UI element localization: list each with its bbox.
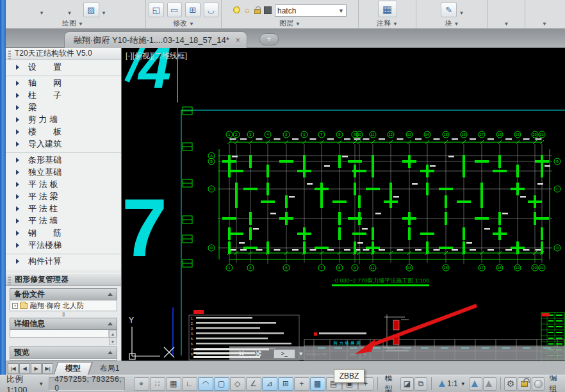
sidebar-menu-item[interactable]: 轴 网 [6, 76, 121, 89]
scrollbar[interactable]: ▲▼ [108, 330, 117, 337]
layer-on-bulb-icon[interactable] [233, 6, 240, 13]
panel-label-collapsed[interactable]: ▼ [525, 19, 564, 28]
scale-button[interactable]: 比例 1:100▼ [0, 375, 47, 392]
svg-text:1: 1 [228, 266, 230, 270]
group-button[interactable]: 编组 [545, 375, 565, 392]
cad-drawing[interactable]: 4712345678910111213141516171819202113578… [122, 48, 565, 361]
sidebar-menu-item[interactable]: 平 法 柱 [6, 202, 121, 215]
chevron-down-icon[interactable]: ▼ [299, 351, 304, 357]
model-space-button[interactable]: 模型 [381, 375, 400, 392]
chevron-down-icon[interactable]: ▾ [40, 10, 44, 17]
close-tab-icon[interactable]: × [236, 36, 240, 45]
dual-monitor-icon[interactable]: ⧉ [414, 377, 428, 391]
submenu-arrow-icon [16, 142, 19, 147]
svg-text:7: 7 [122, 182, 167, 274]
chevron-down-icon[interactable]: ▾ [68, 10, 71, 17]
layer-color-swatch[interactable] [264, 6, 272, 14]
table-tool-icon[interactable]: ▦ [378, 1, 397, 17]
layer-lock-icon[interactable] [254, 9, 261, 14]
sidebar-menu-item[interactable]: 导入建筑 [6, 138, 121, 150]
chevron-down-icon: ▼ [461, 381, 466, 387]
ui-lock-icon[interactable] [518, 377, 531, 391]
snap-toggle[interactable]: ⌖ [134, 377, 149, 391]
svg-text:7: 7 [320, 133, 322, 136]
panel-splitter-handle[interactable]: ⇕ [6, 311, 121, 318]
block-edit-pencil-icon[interactable]: ✎ [441, 3, 457, 17]
details-header[interactable]: 详细信息 [10, 318, 117, 330]
command-input[interactable]: >_ [274, 349, 295, 359]
svg-text:17: 17 [480, 133, 484, 136]
panel-label-layer[interactable]: 图层 ▼ [222, 19, 358, 28]
sidebar-menu-item[interactable]: 平法楼梯 [6, 239, 121, 251]
crosshair-toggle[interactable]: + [294, 377, 309, 391]
fillet-tool-icon[interactable]: ◡ [204, 3, 219, 17]
sidebar-menu-item[interactable]: 设 置 [6, 61, 121, 73]
viewport-icon[interactable]: ◪ [400, 377, 414, 391]
grip-handle-icon[interactable] [8, 51, 11, 61]
layer-combobox[interactable]: hatch▼ [275, 4, 347, 17]
tab-model[interactable]: 模型 [54, 362, 92, 375]
dynamic-ucs-toggle[interactable]: ⊿ [262, 377, 277, 391]
scroll-down-icon[interactable]: ▼ [109, 338, 117, 345]
drawing-file-tab[interactable]: 融翔·御府 Y10-结施-1....03-14_18_57_14* × [64, 31, 247, 48]
tab-layout1[interactable]: 布局1 [88, 362, 131, 375]
panel-label-annotate[interactable]: 注释 ▼ [359, 19, 416, 28]
annotation-autoscale-icon[interactable] [483, 377, 496, 391]
panel-label-collapsed[interactable]: ▼ [488, 19, 525, 28]
sidebar-menu-item[interactable]: 独立基础 [6, 166, 121, 178]
chevron-down-icon[interactable]: ▾ [460, 10, 463, 17]
grid-display-toggle[interactable]: ▦ [166, 377, 181, 391]
svg-text:13: 13 [407, 133, 411, 136]
sidebar-menu-item[interactable]: 构件计算 [6, 254, 121, 267]
drawing-canvas[interactable]: [-][俯视][二维线框] 47123456789101112131415161… [122, 48, 565, 361]
array-tool-icon[interactable]: ⊞ [185, 3, 201, 17]
panel-label-block[interactable]: 块 ▼ [416, 19, 487, 28]
backup-files-header[interactable]: 备份文件 [10, 288, 117, 300]
expand-icon[interactable]: + [12, 303, 18, 309]
stretch-tool-icon[interactable]: ◱ [149, 3, 164, 17]
drawing-recovery-manager-title[interactable]: 图形修复管理器 [6, 274, 121, 286]
svg-text:-0.030~2.770剪力墙平法施工图 1:100: -0.030~2.770剪力墙平法施工图 1:100 [333, 277, 429, 284]
sidebar-menu-item[interactable]: 平 法 墙 [6, 215, 121, 227]
layer-freeze-sun-icon[interactable]: ☼ [243, 5, 251, 15]
isolate-objects-icon[interactable] [532, 377, 545, 391]
next-layout-icon[interactable]: ▶ [31, 363, 42, 374]
floating-command-bar[interactable]: ✕ ⚒ >_ ▼ [229, 347, 565, 360]
ribbon: ▾ ▾ ▨ ▾ 绘图 ▼ ◱ ▭ ⊞ ◡ 修改 ▼ ☼ [0, 0, 565, 29]
ortho-toggle[interactable]: ∟ [182, 377, 197, 391]
grip-handle-icon[interactable] [8, 277, 11, 287]
sidebar-menu-item[interactable]: 钢 筋 [6, 227, 121, 239]
3d-object-snap-toggle[interactable]: ◇ [230, 377, 245, 391]
polar-tracking-toggle[interactable]: ◠ [198, 377, 213, 391]
dynamic-input-toggle[interactable]: ⊞ [278, 377, 293, 391]
sidebar-menu-item[interactable]: 梁 [6, 101, 121, 113]
scroll-up-icon[interactable]: ▲ [109, 330, 117, 338]
angle-snap-toggle[interactable]: ∠ [246, 377, 261, 391]
last-layout-icon[interactable]: ▶| [42, 363, 53, 374]
preview-header[interactable]: 预览 [10, 347, 117, 359]
sidebar-menu-item[interactable]: 柱 子 [6, 89, 121, 101]
status-bar: 比例 1:100▼ 4757255, 783256, 0 ⌖ ∷ ▦ ∟ ◠ ▢… [0, 375, 565, 392]
backup-tree-item[interactable]: + 融翔·御府 北人防 [10, 300, 117, 311]
prev-layout-icon[interactable]: ◀ [19, 363, 30, 374]
hatch-tool-icon[interactable]: ▨ [83, 3, 99, 17]
annotation-scale-button[interactable]: 1:1▼ [435, 379, 470, 388]
first-layout-icon[interactable]: |◀ [8, 363, 19, 374]
viewport-controls-label[interactable]: [-][俯视][二维线框] [126, 51, 187, 61]
panel-label-modify[interactable]: 修改 ▼ [146, 19, 221, 28]
sidebar-menu-item[interactable]: 剪 力 墙 [6, 113, 121, 126]
rectangle-tool-icon[interactable]: ▭ [167, 3, 183, 17]
new-tab-button[interactable]: + [259, 33, 279, 45]
grid-dots-toggle[interactable]: ∷ [150, 377, 165, 391]
object-snap-toggle[interactable]: ▢ [214, 377, 229, 391]
svg-text:5.: 5. [191, 337, 193, 341]
transparency-toggle[interactable]: ▩ [310, 377, 325, 391]
workspace-gear-icon[interactable]: ⚙ [504, 377, 518, 391]
sidebar-menu-item[interactable]: 条形基础 [6, 152, 121, 166]
chevron-down-icon[interactable]: ▾ [102, 10, 106, 17]
panel-label-draw[interactable]: 绘图 ▼ [0, 19, 145, 28]
sidebar-menu-item[interactable]: 平 法 梁 [6, 190, 121, 202]
sidebar-menu-item[interactable]: 楼 板 [6, 126, 121, 138]
sidebar-menu-item[interactable]: 平 法 板 [6, 178, 121, 190]
annotation-visibility-icon[interactable] [470, 377, 483, 391]
